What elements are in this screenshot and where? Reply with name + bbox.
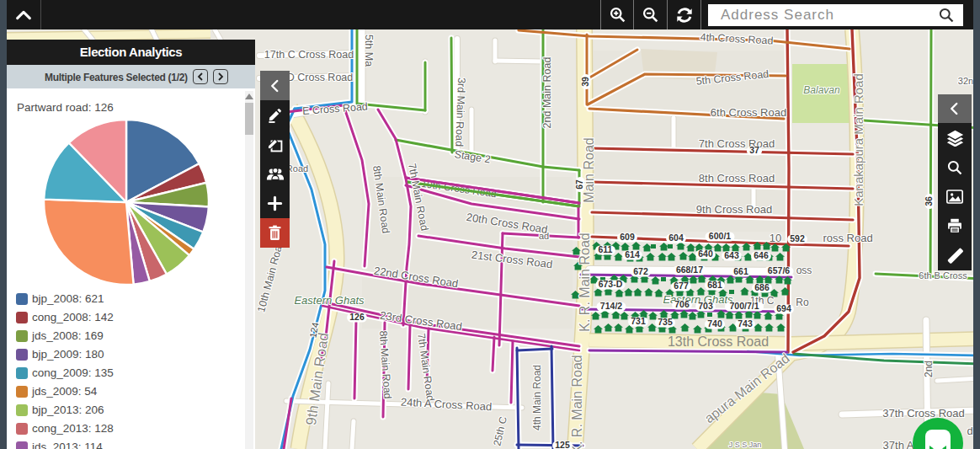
svg-text:13th Cross Road: 13th Cross Road bbox=[668, 334, 769, 349]
svg-text:672: 672 bbox=[633, 266, 648, 276]
svg-text:657/6: 657/6 bbox=[768, 265, 790, 275]
svg-text:643: 643 bbox=[724, 250, 739, 260]
svg-text:10: 10 bbox=[770, 232, 781, 244]
svg-text:Main Road: Main Road bbox=[582, 137, 596, 202]
svg-text:706: 706 bbox=[674, 299, 690, 309]
svg-text:714/2: 714/2 bbox=[600, 301, 622, 311]
svg-text:646: 646 bbox=[754, 250, 769, 260]
svg-text:604: 604 bbox=[668, 233, 684, 243]
svg-text:673-D: 673-D bbox=[599, 279, 623, 289]
svg-text:2nd: 2nd bbox=[923, 361, 935, 377]
svg-text:ad: ad bbox=[539, 231, 549, 241]
svg-text:681: 681 bbox=[707, 280, 722, 290]
svg-text:ross Road: ross Road bbox=[823, 232, 872, 244]
svg-text:5th Ma: 5th Ma bbox=[363, 35, 375, 67]
svg-text:67: 67 bbox=[574, 179, 584, 190]
svg-text:Balavan: Balavan bbox=[803, 84, 840, 96]
svg-text:126: 126 bbox=[349, 312, 365, 322]
svg-text:614: 614 bbox=[625, 249, 640, 259]
svg-text:d: d bbox=[967, 425, 972, 437]
svg-text:32n: 32n bbox=[958, 76, 973, 86]
svg-text:640: 640 bbox=[698, 249, 713, 259]
svg-text:oss: oss bbox=[796, 265, 812, 276]
svg-text:37th A: 37th A bbox=[883, 439, 914, 449]
svg-text:6th Cross Road: 6th Cross Road bbox=[711, 106, 786, 119]
svg-text:J S S Jan: J S S Jan bbox=[729, 441, 762, 449]
svg-text:K. R. Main Road: K. R. Main Road bbox=[578, 233, 592, 331]
svg-text:6th B Cross: 6th B Cross bbox=[919, 270, 967, 281]
svg-text:700/7/1: 700/7/1 bbox=[729, 301, 759, 311]
svg-text:743: 743 bbox=[738, 318, 753, 329]
svg-text:4th Main Road: 4th Main Road bbox=[531, 365, 543, 430]
svg-text:Ro: Ro bbox=[796, 297, 809, 308]
svg-text:7th Cross Road: 7th Cross Road bbox=[699, 137, 775, 150]
svg-text:740: 740 bbox=[707, 318, 722, 329]
svg-text:39: 39 bbox=[580, 77, 590, 87]
svg-text:D Cross Road: D Cross Road bbox=[287, 72, 354, 83]
svg-text:37: 37 bbox=[749, 145, 759, 155]
svg-text:735: 735 bbox=[658, 317, 673, 327]
svg-text:703: 703 bbox=[698, 301, 713, 311]
svg-text:125: 125 bbox=[555, 440, 570, 449]
svg-text:611: 611 bbox=[599, 244, 613, 254]
svg-text:592: 592 bbox=[790, 233, 805, 243]
svg-text:8th Cross Road: 8th Cross Road bbox=[699, 172, 775, 184]
svg-text:K. R. Main Road: K. R. Main Road bbox=[570, 355, 584, 449]
svg-text:677: 677 bbox=[674, 281, 689, 291]
svg-text:661: 661 bbox=[733, 266, 748, 276]
svg-text:3rd Main Road: 3rd Main Road bbox=[453, 78, 467, 147]
svg-text:668/17: 668/17 bbox=[676, 265, 703, 275]
svg-text:731: 731 bbox=[631, 316, 646, 326]
svg-text:9th Cross Road: 9th Cross Road bbox=[696, 203, 772, 216]
svg-text:37th Cross Road: 37th Cross Road bbox=[882, 407, 965, 420]
svg-text:2nd Main Road: 2nd Main Road bbox=[541, 57, 553, 129]
svg-text:600/1: 600/1 bbox=[709, 231, 731, 241]
svg-text:Kanakapura Main Road: Kanakapura Main Road bbox=[851, 73, 865, 206]
svg-text:17th C Cross Road: 17th C Cross Road bbox=[264, 49, 354, 61]
svg-text:609: 609 bbox=[620, 232, 635, 242]
svg-text:686: 686 bbox=[754, 282, 770, 292]
svg-text:694: 694 bbox=[776, 303, 791, 313]
svg-text:36: 36 bbox=[924, 196, 934, 206]
svg-text:Eastern Ghats: Eastern Ghats bbox=[294, 294, 365, 307]
